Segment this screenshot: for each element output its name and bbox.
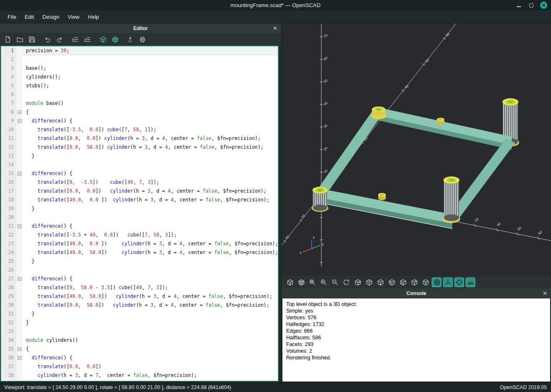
preview-icon[interactable] <box>285 277 295 287</box>
line-number: 32 <box>1 318 16 327</box>
zoom-out-icon[interactable] <box>330 277 340 287</box>
code-line[interactable]: 27 difference() { <box>1 275 278 283</box>
view-back-icon[interactable] <box>409 277 419 287</box>
code-line[interactable]: 10 translate([-3.5, 0.0]) cube([7, 58, 1… <box>1 125 278 134</box>
menu-help[interactable]: Help <box>84 12 103 22</box>
code-line[interactable]: 3base(); <box>1 64 278 73</box>
console-close-button[interactable] <box>542 290 548 296</box>
code-line[interactable]: 26 <box>1 266 278 275</box>
3d-viewport[interactable]: 10203040506070102030405060204060801020 <box>282 23 551 276</box>
menubar: FileEditDesignViewHelp <box>0 10 551 23</box>
export-stl-icon[interactable]: STL <box>125 35 135 45</box>
code-line[interactable]: 19 } <box>1 204 278 213</box>
editor-toolbar: STL <box>0 33 281 46</box>
minimize-button[interactable] <box>515 2 523 9</box>
code-line[interactable]: 38 cylinder(h = 3, d = 7, center = false… <box>1 371 278 380</box>
code-line[interactable]: 24 translate([49.0, 58.0]) cylinder(h = … <box>1 248 278 257</box>
fold-marker[interactable] <box>16 275 23 283</box>
code-line[interactable]: 22 translate([-3.5 + 49, 0.0]) cube([7, … <box>1 231 278 239</box>
code-line[interactable]: 15 difference() { <box>1 169 278 178</box>
code-line[interactable]: 12 translate([0.0, 58.0]) cylinder(h = 3… <box>1 143 278 152</box>
code-line[interactable]: 1precision = 30; <box>1 46 278 55</box>
code-editor[interactable]: 1precision = 30;23base();4cylinders();5s… <box>1 46 278 381</box>
code-line[interactable]: 21 difference() { <box>1 222 278 231</box>
code-line[interactable]: 31 } <box>1 310 278 318</box>
line-number: 26 <box>1 266 16 275</box>
view-top-icon[interactable] <box>364 277 374 287</box>
line-number: 21 <box>1 222 16 231</box>
view-all-icon[interactable] <box>308 277 317 287</box>
close-icon <box>273 26 277 30</box>
console-panel-title: Console <box>282 290 551 296</box>
render-icon[interactable] <box>296 277 306 287</box>
indent-icon[interactable] <box>82 35 92 45</box>
openscad-window: mountingFrame.scad* — OpenSCAD FileEditD… <box>0 0 551 392</box>
code-line[interactable]: 5stubs(); <box>1 81 278 90</box>
print-icon[interactable] <box>137 35 147 45</box>
console-message: Simple: yes <box>286 308 546 314</box>
code-line[interactable]: 16 translate([0, -3.5]) cube([49, 7, 3])… <box>1 178 278 187</box>
menu-file[interactable]: File <box>3 12 21 22</box>
show-crosshairs-icon[interactable] <box>454 277 464 287</box>
menu-design[interactable]: Design <box>38 12 63 22</box>
zoom-in-icon[interactable] <box>319 277 328 287</box>
code-line[interactable]: 32} <box>1 318 278 327</box>
code-line[interactable]: 6 <box>1 90 278 99</box>
code-line[interactable]: 33 <box>1 327 278 336</box>
code-line[interactable]: 30 translate([0.0, 58.0]) cylinder(h = 3… <box>1 301 278 310</box>
code-text <box>23 160 278 169</box>
code-line[interactable]: 8{ <box>1 108 278 117</box>
code-line[interactable]: 34module cylinders() <box>1 336 278 345</box>
code-line[interactable]: 29 translate([49.0, 58.0]) cylinder(h = … <box>1 292 278 301</box>
redo-icon[interactable] <box>54 35 64 45</box>
render-icon[interactable] <box>110 35 120 45</box>
line-number: 23 <box>1 239 16 248</box>
code-line[interactable]: 25 } <box>1 257 278 266</box>
code-line[interactable]: 28 translate([0, 58.0 - 3.5]) cube([49, … <box>1 283 278 292</box>
code-line[interactable]: 2 <box>1 55 278 64</box>
editor-close-button[interactable] <box>272 25 278 31</box>
view-right-icon[interactable] <box>353 277 362 287</box>
show-edges-icon[interactable] <box>432 277 441 287</box>
menu-view[interactable]: View <box>64 12 84 22</box>
code-line[interactable]: 11 translate([0.0, 0.0]) cylinder(h = 3,… <box>1 134 278 143</box>
fold-marker[interactable] <box>16 169 23 178</box>
code-line[interactable]: 18 translate([49.0, 0.0 ]) cylinder(h = … <box>1 196 278 204</box>
code-line[interactable]: 13 } <box>1 152 278 160</box>
code-line[interactable]: 4cylinders(); <box>1 73 278 81</box>
undo-icon[interactable] <box>42 35 52 45</box>
close-button[interactable] <box>540 2 547 9</box>
code-line[interactable]: 35{ <box>1 345 278 354</box>
fold-marker[interactable] <box>16 108 23 117</box>
code-line[interactable]: 20 <box>1 213 278 222</box>
code-line[interactable]: 23 translate([49.0, 0.0 ]) cylinder(h = … <box>1 239 278 248</box>
view-bottom-icon[interactable] <box>375 277 385 287</box>
fold-marker[interactable] <box>16 117 23 125</box>
show-scale-markers-icon[interactable] <box>466 277 475 287</box>
line-number: 3 <box>1 64 16 73</box>
unindent-icon[interactable] <box>70 35 80 45</box>
open-folder-icon[interactable] <box>15 35 25 45</box>
fold-marker[interactable] <box>16 354 23 362</box>
code-line[interactable]: 37 translate([0.0, 0.0]) <box>1 362 278 371</box>
show-axes-icon[interactable] <box>443 277 453 287</box>
save-icon[interactable] <box>27 35 37 45</box>
console-message: Halfedges: 1732 <box>286 321 546 328</box>
reset-view-icon[interactable] <box>341 277 351 287</box>
fold-marker[interactable] <box>16 222 23 231</box>
view-diagonal-icon[interactable] <box>420 277 430 287</box>
preview-icon[interactable] <box>97 35 108 45</box>
code-line[interactable]: 17 translate([0.0, 0.0]) cylinder(h = 3,… <box>1 187 278 196</box>
console-output[interactable]: Top level object is a 3D object:Simple: … <box>282 298 551 382</box>
menu-edit[interactable]: Edit <box>21 12 38 22</box>
code-line[interactable]: 36 difference() { <box>1 354 278 362</box>
code-line[interactable]: 7module base() <box>1 99 278 108</box>
code-line[interactable]: 9 difference() { <box>1 117 278 125</box>
fold-marker[interactable] <box>16 345 23 354</box>
new-file-icon[interactable] <box>3 35 13 45</box>
view-left-icon[interactable] <box>387 277 396 287</box>
maximize-button[interactable] <box>528 2 535 9</box>
view-front-icon[interactable] <box>398 277 407 287</box>
line-number: 24 <box>1 248 16 257</box>
code-line[interactable]: 14 <box>1 160 278 169</box>
